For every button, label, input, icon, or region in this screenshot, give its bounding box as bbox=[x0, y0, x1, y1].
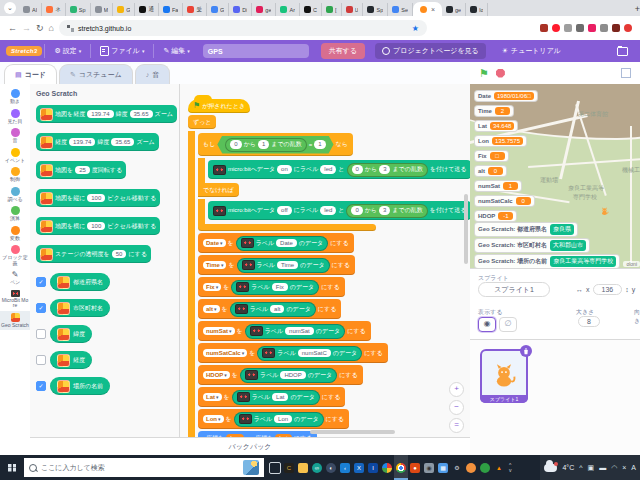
browser-tab[interactable]: lo bbox=[466, 3, 488, 16]
stop-button[interactable] bbox=[496, 69, 505, 78]
c-block[interactable]: ずっともし0から1までの乱数=1ならmicro:bitへデータonにラベルled… bbox=[188, 115, 470, 437]
stack-block[interactable]: LatをラベルLatのデータにする bbox=[198, 387, 345, 407]
extension-icon[interactable] bbox=[588, 24, 596, 32]
palette-block[interactable]: ステージの透明度を50にする bbox=[36, 245, 151, 263]
block-input[interactable]: 0 bbox=[230, 140, 241, 149]
palette-block[interactable]: 経度139.74緯度35.65ズーム bbox=[36, 133, 159, 151]
stack-block[interactable]: micro:bitへデータoffにラベルledと0から3までの乱数を付けて送る bbox=[208, 201, 470, 220]
stage-monitor[interactable]: Geo Scratch: 市区町村名大和郡山市 bbox=[474, 238, 590, 253]
ime-indicator[interactable]: A bbox=[631, 464, 636, 471]
sprite-on-stage[interactable] bbox=[600, 202, 609, 211]
block-input[interactable]: 100 bbox=[87, 222, 105, 231]
address-bar[interactable]: stretch3.github.io ★ bbox=[59, 20, 427, 36]
tiger-icon[interactable] bbox=[464, 455, 478, 480]
tab-code[interactable]: ▤ コード bbox=[4, 64, 57, 84]
project-page-button[interactable]: プロジェクトページを見る bbox=[375, 43, 486, 59]
sidebar-item-category[interactable]: 見た目 bbox=[0, 107, 30, 127]
palette-reporter-block[interactable]: 市区町村名 bbox=[50, 299, 110, 317]
block-input[interactable]: numSatC bbox=[298, 349, 331, 358]
palette-block[interactable]: 地図を縦に100ピクセル移動する bbox=[36, 189, 160, 207]
browser-tab[interactable]: C bbox=[300, 3, 322, 16]
palette-reporter-block[interactable]: 緯度 bbox=[50, 325, 92, 343]
palette-reporter-block[interactable]: 場所の名前 bbox=[50, 377, 110, 395]
palette-reporter-block[interactable]: 都道府県名 bbox=[50, 273, 110, 291]
project-name-input[interactable]: GPS bbox=[203, 44, 309, 58]
stack-block[interactable]: FixをラベルFixのデータにする bbox=[198, 277, 345, 297]
block-reporter[interactable]: 0から1までの乱数 bbox=[225, 138, 306, 152]
tutorial-button[interactable]: ☀ チュートリアル bbox=[502, 46, 561, 56]
block-input[interactable]: 3 bbox=[379, 165, 390, 174]
block-dropdown[interactable]: Fix bbox=[203, 283, 221, 291]
sidebar-item-category[interactable]: イベント bbox=[0, 146, 30, 166]
browser-tab[interactable]: ge bbox=[252, 3, 276, 16]
forward-icon[interactable]: → bbox=[22, 24, 31, 33]
block-input[interactable]: led bbox=[320, 206, 336, 215]
extension-icon[interactable] bbox=[540, 24, 548, 32]
stack-block[interactable]: numSatをラベルnumSatのデータにする bbox=[198, 321, 371, 341]
block-input[interactable]: Lon bbox=[274, 415, 292, 424]
weather-cloud-icon[interactable] bbox=[544, 464, 557, 472]
weather-widget[interactable] bbox=[243, 460, 259, 475]
stage-monitor[interactable]: numSat1 bbox=[474, 180, 522, 192]
tab-search-button[interactable]: ⌄ bbox=[4, 2, 16, 14]
browser-tab[interactable]: Se bbox=[388, 3, 413, 16]
sidebar-item-category[interactable]: 動き bbox=[0, 87, 30, 107]
sidebar-item-category[interactable]: 変数 bbox=[0, 224, 30, 244]
tab-sounds[interactable]: ♪ 音 bbox=[135, 64, 171, 84]
block-reporter[interactable]: ラベルaltのデータ bbox=[230, 302, 316, 317]
photos-icon[interactable] bbox=[380, 455, 394, 480]
start-button[interactable] bbox=[0, 455, 24, 480]
block-reporter[interactable]: ラベルDateのデータ bbox=[236, 236, 329, 251]
block-input[interactable]: 100 bbox=[87, 194, 105, 203]
extension-icon[interactable] bbox=[552, 24, 560, 32]
stage-monitor[interactable]: numSatCalc0 bbox=[474, 195, 535, 207]
stack-block[interactable]: micro:bitへデータonにラベルledと0から3までの乱数を付けて送る bbox=[208, 160, 470, 179]
block-reporter[interactable]: ラベルFixのデータ bbox=[231, 280, 319, 295]
extension-icon[interactable] bbox=[564, 24, 572, 32]
block-input[interactable]: on bbox=[277, 165, 292, 174]
block-input[interactable]: 50 bbox=[112, 250, 127, 259]
browser-tab[interactable]: [ bbox=[322, 3, 342, 16]
green-flag-button[interactable]: ⚑ bbox=[479, 68, 489, 79]
vscode-icon[interactable]: ‹ bbox=[338, 455, 352, 480]
block-reporter[interactable]: ラベルnumSatCのデータ bbox=[257, 346, 362, 361]
reload-icon[interactable]: ↻ bbox=[36, 24, 44, 33]
palette-block[interactable]: 地図を横に100ピクセル移動する bbox=[36, 217, 160, 235]
network-icon[interactable]: ◠ bbox=[611, 464, 617, 472]
browser-tab-active[interactable]: × bbox=[413, 2, 442, 16]
zoom-in-button[interactable]: + bbox=[449, 382, 464, 397]
block-dropdown[interactable]: HDOP bbox=[203, 371, 230, 379]
vertical-scrollbar[interactable] bbox=[464, 194, 468, 264]
edit-menu[interactable]: ✎ 編集 ▾ bbox=[156, 40, 196, 62]
block-reporter[interactable]: ラベルHDOPのデータ bbox=[240, 368, 337, 383]
zoom-out-button[interactable]: − bbox=[449, 400, 464, 415]
monitor-checkbox[interactable]: ✓ bbox=[36, 381, 46, 391]
file-menu[interactable]: ファイル ▾ bbox=[93, 40, 151, 62]
sidebar-item-microbit[interactable]: MicroBit More bbox=[0, 288, 30, 311]
block-dropdown[interactable]: Date bbox=[203, 239, 226, 247]
block-input[interactable]: alt bbox=[270, 305, 284, 314]
palette-block[interactable]: 地図を経度139.74緯度35.65ズーム bbox=[36, 105, 177, 123]
settings-menu[interactable]: ⚙ 設定 ▾ bbox=[47, 40, 88, 62]
chevron-up-icon[interactable]: ^ bbox=[579, 464, 582, 471]
stack-block[interactable]: HDOPをラベルHDOPのデータにする bbox=[198, 365, 363, 385]
new-tab-button[interactable]: + bbox=[635, 4, 640, 14]
back-icon[interactable]: ← bbox=[8, 24, 17, 33]
sprite-size-input[interactable]: 8 bbox=[578, 316, 600, 327]
sprite-name-input[interactable]: スプライト1 bbox=[478, 282, 550, 297]
sidebar-item-category[interactable]: 演算 bbox=[0, 204, 30, 224]
block-input[interactable]: 35.65 bbox=[111, 138, 134, 147]
block-input[interactable]: 25 bbox=[75, 166, 90, 175]
zoom-reset-button[interactable]: = bbox=[449, 418, 464, 433]
globe-app-icon[interactable]: ◐ bbox=[324, 455, 338, 480]
browser-tab[interactable]: Fa bbox=[159, 3, 183, 16]
hide-sprite-button[interactable]: ∅ bbox=[499, 317, 517, 332]
stage-monitor[interactable]: Geo Scratch: 都道府県名奈良県 bbox=[474, 222, 578, 237]
sprite-x-input[interactable]: 136 bbox=[593, 284, 623, 295]
settings-icon[interactable]: ⚙ bbox=[450, 455, 464, 480]
x-app-icon[interactable]: X bbox=[352, 455, 366, 480]
extension-icon[interactable] bbox=[612, 24, 620, 32]
stage-monitor[interactable]: Date1980/01/06□ bbox=[474, 90, 538, 102]
tab-close-icon[interactable]: × bbox=[431, 6, 435, 13]
stage-monitor[interactable]: Geo Scratch: 場所の名前奈良工業高等専門学校 bbox=[474, 254, 620, 268]
